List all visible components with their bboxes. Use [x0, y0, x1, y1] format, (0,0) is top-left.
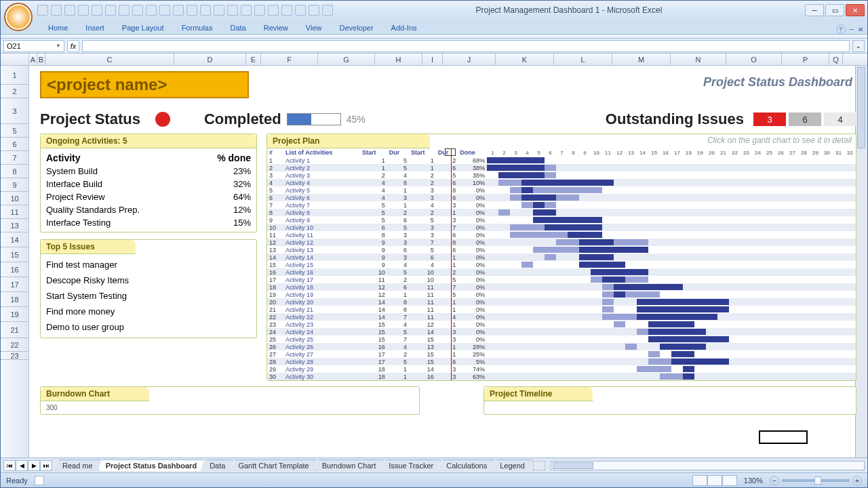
qat-btn[interactable]: [281, 5, 292, 16]
row-header[interactable]: 13: [1, 219, 28, 232]
row-header[interactable]: 1: [1, 66, 28, 85]
row-header[interactable]: 9: [1, 178, 28, 192]
worksheet-content[interactable]: <project name> Project Status Dashboard …: [29, 66, 867, 458]
sheet-tab[interactable]: Issue Tracker: [381, 460, 441, 471]
sheet-tab[interactable]: Legend: [492, 460, 532, 471]
qat-btn[interactable]: [119, 5, 130, 16]
row-header[interactable]: 19: [1, 307, 28, 322]
ribbon-tab-insert[interactable]: Insert: [77, 22, 113, 34]
office-button[interactable]: [4, 3, 33, 31]
row-headers[interactable]: 12356789101113141516171819212223: [1, 66, 29, 458]
horizontal-scrollbar[interactable]: [551, 461, 865, 470]
row-header[interactable]: 2: [1, 85, 28, 98]
column-headers[interactable]: ABCDEFGHIJKLMNOPQ: [1, 54, 867, 66]
formula-expand-icon[interactable]: ⌄: [852, 40, 865, 52]
row-header[interactable]: 22: [1, 338, 28, 352]
qat-btn[interactable]: [241, 5, 252, 16]
row-header[interactable]: 7: [1, 151, 28, 165]
gantt-chart[interactable]: #List of ActivitiesStartDurStartDurDone1…: [267, 148, 856, 380]
tab-nav-first[interactable]: ⏮: [3, 460, 16, 471]
sheet-tab[interactable]: Data: [202, 460, 233, 471]
qat-btn[interactable]: [254, 5, 265, 16]
qat-btn[interactable]: [186, 5, 197, 16]
col-header[interactable]: M: [612, 54, 671, 65]
row-header[interactable]: 15: [1, 247, 28, 262]
sheet-tab[interactable]: Read me: [55, 460, 100, 471]
row-header[interactable]: 5: [1, 124, 28, 138]
col-header[interactable]: C: [45, 54, 174, 65]
project-plan-card[interactable]: Project Plan Click on the gantt chart to…: [267, 134, 856, 381]
row-header[interactable]: 17: [1, 277, 28, 292]
qat-btn[interactable]: [214, 5, 224, 16]
row-header[interactable]: 21: [1, 322, 28, 338]
qat-btn[interactable]: [200, 5, 211, 16]
sheet-tab[interactable]: Gantt Chart Template: [231, 460, 316, 471]
qat-btn[interactable]: [92, 5, 102, 16]
help-icon[interactable]: ?: [836, 24, 846, 34]
ribbon-tab-page-layout[interactable]: Page Layout: [114, 22, 172, 34]
col-header[interactable]: G: [318, 54, 375, 65]
ribbon-tab-data[interactable]: Data: [222, 22, 254, 34]
ribbon-min-icon[interactable]: ─: [850, 26, 854, 33]
qat-redo-icon[interactable]: [64, 5, 75, 16]
close-button[interactable]: ✕: [846, 4, 865, 16]
col-header[interactable]: Q: [829, 54, 843, 65]
col-header[interactable]: L: [554, 54, 612, 65]
view-normal-icon[interactable]: [692, 475, 707, 486]
qat-btn[interactable]: [173, 5, 184, 16]
row-header[interactable]: 6: [1, 138, 28, 151]
ribbon-tab-view[interactable]: View: [298, 22, 330, 34]
macro-record-icon[interactable]: [35, 476, 44, 485]
zoom-slider[interactable]: [782, 479, 850, 482]
zoom-in-icon[interactable]: +: [852, 476, 862, 485]
ribbon-tab-add-ins[interactable]: Add-Ins: [383, 22, 425, 34]
row-header[interactable]: 8: [1, 165, 28, 178]
col-header[interactable]: F: [261, 54, 318, 65]
row-header[interactable]: 16: [1, 262, 28, 277]
qat-btn[interactable]: [268, 5, 279, 16]
select-all-corner[interactable]: [1, 54, 29, 65]
col-header[interactable]: I: [422, 54, 443, 65]
qat-save-icon[interactable]: [37, 5, 48, 16]
qat-btn[interactable]: [159, 5, 170, 16]
qat-print-icon[interactable]: [78, 5, 89, 16]
col-header[interactable]: B: [37, 54, 45, 65]
tab-nav-next[interactable]: ▶: [28, 460, 40, 471]
ribbon-tab-home[interactable]: Home: [40, 22, 76, 34]
insert-sheet-icon[interactable]: [533, 461, 545, 470]
qat-btn[interactable]: [322, 5, 333, 16]
name-box[interactable]: O21▼: [3, 40, 64, 52]
ribbon-close-icon[interactable]: ✕: [858, 26, 863, 33]
view-pagebreak-icon[interactable]: [722, 475, 737, 486]
col-header[interactable]: H: [375, 54, 422, 65]
view-layout-icon[interactable]: [707, 475, 722, 486]
tab-nav-last[interactable]: ⏭: [40, 460, 52, 471]
col-header[interactable]: K: [496, 54, 554, 65]
ribbon-tab-formulas[interactable]: Formulas: [174, 22, 221, 34]
col-header[interactable]: O: [726, 54, 782, 65]
qat-btn[interactable]: [132, 5, 143, 16]
ribbon-tab-developer[interactable]: Developer: [331, 22, 381, 34]
col-header[interactable]: P: [782, 54, 829, 65]
col-header[interactable]: D: [174, 54, 246, 65]
zoom-out-icon[interactable]: −: [770, 476, 779, 485]
tab-nav-prev[interactable]: ◀: [16, 460, 28, 471]
row-header[interactable]: 11: [1, 205, 28, 219]
sheet-tab[interactable]: Project Status Dashboard: [98, 460, 204, 471]
col-header[interactable]: A: [29, 54, 37, 65]
col-header[interactable]: J: [443, 54, 496, 65]
maximize-button[interactable]: ▭: [825, 4, 844, 16]
row-header[interactable]: 14: [1, 232, 28, 247]
qat-btn[interactable]: [105, 5, 116, 16]
row-header[interactable]: 18: [1, 292, 28, 307]
qat-undo-icon[interactable]: [51, 5, 62, 16]
ribbon-tab-review[interactable]: Review: [256, 22, 296, 34]
qat-btn[interactable]: [146, 5, 157, 16]
zoom-level[interactable]: 130%: [744, 476, 763, 485]
formula-bar[interactable]: [82, 40, 850, 52]
col-header[interactable]: E: [246, 54, 261, 65]
fx-icon[interactable]: fx: [67, 40, 79, 52]
qat-btn[interactable]: [309, 5, 319, 16]
qat-btn[interactable]: [295, 5, 306, 16]
row-header[interactable]: 10: [1, 192, 28, 205]
